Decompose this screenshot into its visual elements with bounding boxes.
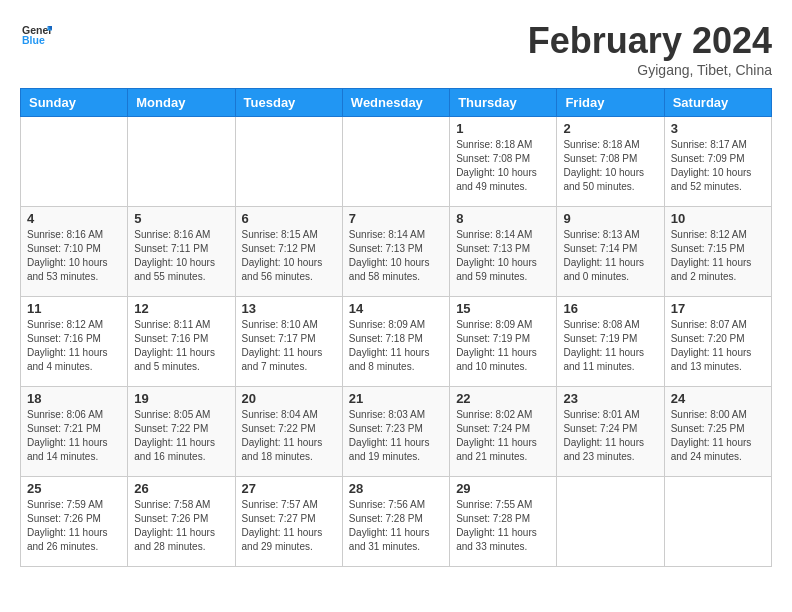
day-info: Sunrise: 8:16 AMSunset: 7:11 PMDaylight:… xyxy=(134,228,228,284)
day-info: Sunrise: 8:08 AMSunset: 7:19 PMDaylight:… xyxy=(563,318,657,374)
calendar-cell xyxy=(128,117,235,207)
day-number: 2 xyxy=(563,121,657,136)
calendar-cell: 28Sunrise: 7:56 AMSunset: 7:28 PMDayligh… xyxy=(342,477,449,567)
day-info: Sunrise: 8:14 AMSunset: 7:13 PMDaylight:… xyxy=(349,228,443,284)
day-info: Sunrise: 7:56 AMSunset: 7:28 PMDaylight:… xyxy=(349,498,443,554)
calendar-cell: 3Sunrise: 8:17 AMSunset: 7:09 PMDaylight… xyxy=(664,117,771,207)
day-number: 7 xyxy=(349,211,443,226)
day-info: Sunrise: 7:58 AMSunset: 7:26 PMDaylight:… xyxy=(134,498,228,554)
day-info: Sunrise: 8:18 AMSunset: 7:08 PMDaylight:… xyxy=(563,138,657,194)
calendar-body: 1Sunrise: 8:18 AMSunset: 7:08 PMDaylight… xyxy=(21,117,772,567)
day-info: Sunrise: 8:16 AMSunset: 7:10 PMDaylight:… xyxy=(27,228,121,284)
day-number: 8 xyxy=(456,211,550,226)
day-number: 13 xyxy=(242,301,336,316)
day-number: 19 xyxy=(134,391,228,406)
day-number: 14 xyxy=(349,301,443,316)
day-number: 18 xyxy=(27,391,121,406)
day-info: Sunrise: 8:09 AMSunset: 7:18 PMDaylight:… xyxy=(349,318,443,374)
day-info: Sunrise: 7:55 AMSunset: 7:28 PMDaylight:… xyxy=(456,498,550,554)
day-info: Sunrise: 8:00 AMSunset: 7:25 PMDaylight:… xyxy=(671,408,765,464)
day-info: Sunrise: 8:04 AMSunset: 7:22 PMDaylight:… xyxy=(242,408,336,464)
day-number: 12 xyxy=(134,301,228,316)
calendar-cell: 13Sunrise: 8:10 AMSunset: 7:17 PMDayligh… xyxy=(235,297,342,387)
day-number: 11 xyxy=(27,301,121,316)
calendar-cell xyxy=(342,117,449,207)
day-info: Sunrise: 8:06 AMSunset: 7:21 PMDaylight:… xyxy=(27,408,121,464)
day-number: 26 xyxy=(134,481,228,496)
calendar-cell xyxy=(557,477,664,567)
day-number: 15 xyxy=(456,301,550,316)
calendar-cell: 18Sunrise: 8:06 AMSunset: 7:21 PMDayligh… xyxy=(21,387,128,477)
day-info: Sunrise: 8:07 AMSunset: 7:20 PMDaylight:… xyxy=(671,318,765,374)
calendar-cell: 16Sunrise: 8:08 AMSunset: 7:19 PMDayligh… xyxy=(557,297,664,387)
day-info: Sunrise: 8:18 AMSunset: 7:08 PMDaylight:… xyxy=(456,138,550,194)
calendar-week-row: 4Sunrise: 8:16 AMSunset: 7:10 PMDaylight… xyxy=(21,207,772,297)
location-subtitle: Gyigang, Tibet, China xyxy=(528,62,772,78)
calendar-cell: 21Sunrise: 8:03 AMSunset: 7:23 PMDayligh… xyxy=(342,387,449,477)
calendar-cell: 22Sunrise: 8:02 AMSunset: 7:24 PMDayligh… xyxy=(450,387,557,477)
weekday-header-sunday: Sunday xyxy=(21,89,128,117)
day-info: Sunrise: 8:09 AMSunset: 7:19 PMDaylight:… xyxy=(456,318,550,374)
day-number: 20 xyxy=(242,391,336,406)
day-number: 22 xyxy=(456,391,550,406)
day-number: 9 xyxy=(563,211,657,226)
day-number: 16 xyxy=(563,301,657,316)
calendar-cell: 20Sunrise: 8:04 AMSunset: 7:22 PMDayligh… xyxy=(235,387,342,477)
day-info: Sunrise: 8:13 AMSunset: 7:14 PMDaylight:… xyxy=(563,228,657,284)
calendar-cell: 10Sunrise: 8:12 AMSunset: 7:15 PMDayligh… xyxy=(664,207,771,297)
title-section: February 2024 Gyigang, Tibet, China xyxy=(528,20,772,78)
calendar-week-row: 25Sunrise: 7:59 AMSunset: 7:26 PMDayligh… xyxy=(21,477,772,567)
day-number: 28 xyxy=(349,481,443,496)
calendar-cell: 5Sunrise: 8:16 AMSunset: 7:11 PMDaylight… xyxy=(128,207,235,297)
day-info: Sunrise: 8:15 AMSunset: 7:12 PMDaylight:… xyxy=(242,228,336,284)
day-number: 29 xyxy=(456,481,550,496)
calendar-table: SundayMondayTuesdayWednesdayThursdayFrid… xyxy=(20,88,772,567)
calendar-cell: 29Sunrise: 7:55 AMSunset: 7:28 PMDayligh… xyxy=(450,477,557,567)
day-info: Sunrise: 8:01 AMSunset: 7:24 PMDaylight:… xyxy=(563,408,657,464)
calendar-cell: 15Sunrise: 8:09 AMSunset: 7:19 PMDayligh… xyxy=(450,297,557,387)
weekday-header-wednesday: Wednesday xyxy=(342,89,449,117)
day-info: Sunrise: 8:05 AMSunset: 7:22 PMDaylight:… xyxy=(134,408,228,464)
calendar-cell: 12Sunrise: 8:11 AMSunset: 7:16 PMDayligh… xyxy=(128,297,235,387)
month-year-title: February 2024 xyxy=(528,20,772,62)
day-number: 21 xyxy=(349,391,443,406)
day-number: 17 xyxy=(671,301,765,316)
calendar-cell: 2Sunrise: 8:18 AMSunset: 7:08 PMDaylight… xyxy=(557,117,664,207)
weekday-header-tuesday: Tuesday xyxy=(235,89,342,117)
weekday-header-saturday: Saturday xyxy=(664,89,771,117)
day-info: Sunrise: 7:57 AMSunset: 7:27 PMDaylight:… xyxy=(242,498,336,554)
day-number: 27 xyxy=(242,481,336,496)
calendar-week-row: 18Sunrise: 8:06 AMSunset: 7:21 PMDayligh… xyxy=(21,387,772,477)
weekday-header-monday: Monday xyxy=(128,89,235,117)
day-info: Sunrise: 8:17 AMSunset: 7:09 PMDaylight:… xyxy=(671,138,765,194)
calendar-week-row: 1Sunrise: 8:18 AMSunset: 7:08 PMDaylight… xyxy=(21,117,772,207)
calendar-cell: 9Sunrise: 8:13 AMSunset: 7:14 PMDaylight… xyxy=(557,207,664,297)
day-info: Sunrise: 8:14 AMSunset: 7:13 PMDaylight:… xyxy=(456,228,550,284)
weekday-header-friday: Friday xyxy=(557,89,664,117)
day-number: 25 xyxy=(27,481,121,496)
calendar-cell: 19Sunrise: 8:05 AMSunset: 7:22 PMDayligh… xyxy=(128,387,235,477)
day-number: 4 xyxy=(27,211,121,226)
day-number: 10 xyxy=(671,211,765,226)
day-info: Sunrise: 8:02 AMSunset: 7:24 PMDaylight:… xyxy=(456,408,550,464)
day-info: Sunrise: 8:03 AMSunset: 7:23 PMDaylight:… xyxy=(349,408,443,464)
calendar-header: SundayMondayTuesdayWednesdayThursdayFrid… xyxy=(21,89,772,117)
calendar-cell xyxy=(664,477,771,567)
day-number: 3 xyxy=(671,121,765,136)
logo-icon: General Blue xyxy=(22,20,52,50)
calendar-cell: 8Sunrise: 8:14 AMSunset: 7:13 PMDaylight… xyxy=(450,207,557,297)
day-info: Sunrise: 8:11 AMSunset: 7:16 PMDaylight:… xyxy=(134,318,228,374)
calendar-cell: 17Sunrise: 8:07 AMSunset: 7:20 PMDayligh… xyxy=(664,297,771,387)
day-number: 23 xyxy=(563,391,657,406)
calendar-cell: 26Sunrise: 7:58 AMSunset: 7:26 PMDayligh… xyxy=(128,477,235,567)
day-number: 5 xyxy=(134,211,228,226)
calendar-week-row: 11Sunrise: 8:12 AMSunset: 7:16 PMDayligh… xyxy=(21,297,772,387)
calendar-cell: 7Sunrise: 8:14 AMSunset: 7:13 PMDaylight… xyxy=(342,207,449,297)
day-number: 6 xyxy=(242,211,336,226)
svg-text:Blue: Blue xyxy=(22,34,45,46)
day-number: 24 xyxy=(671,391,765,406)
calendar-cell: 4Sunrise: 8:16 AMSunset: 7:10 PMDaylight… xyxy=(21,207,128,297)
weekday-header-thursday: Thursday xyxy=(450,89,557,117)
day-info: Sunrise: 8:12 AMSunset: 7:15 PMDaylight:… xyxy=(671,228,765,284)
day-info: Sunrise: 7:59 AMSunset: 7:26 PMDaylight:… xyxy=(27,498,121,554)
